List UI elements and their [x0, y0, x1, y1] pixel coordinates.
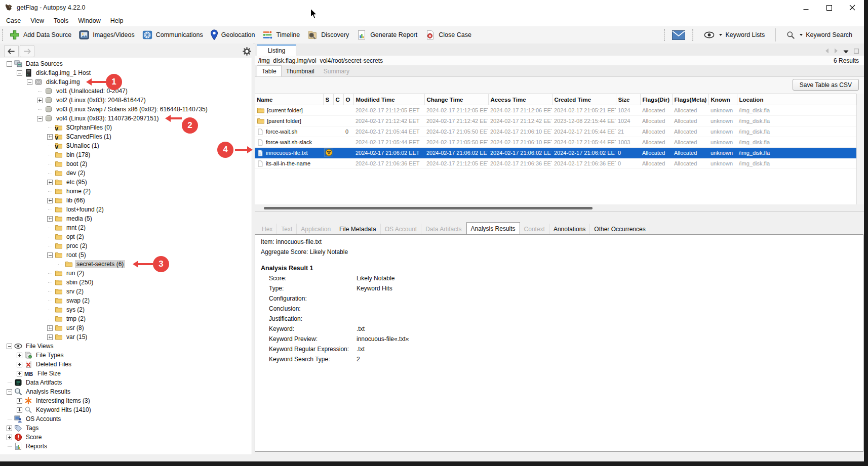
menu-window[interactable]: Window	[76, 17, 102, 25]
tree-item-mnt-2[interactable]: mnt (2)	[0, 223, 252, 232]
tree-item-file-views[interactable]: File Views	[0, 342, 252, 351]
tree-item-run-2[interactable]: run (2)	[0, 269, 252, 278]
tree-item-secret-secrets-6[interactable]: secret-secrets (6)	[0, 260, 252, 269]
tab-listing[interactable]: Listing	[257, 45, 296, 56]
tree-item-dev-2[interactable]: dev (2)	[0, 168, 252, 178]
table-row-force-wait-sh-slack[interactable]: force-wait.sh-slack2024-02-17 21:05:44 E…	[255, 137, 856, 148]
tree-item-analysis-results[interactable]: Analysis Results	[0, 387, 252, 396]
column-header-modified-time[interactable]: Modified Time	[353, 94, 424, 105]
tree-item-root-5[interactable]: root (5)	[0, 250, 252, 260]
collapse-minus-icon[interactable]	[17, 70, 22, 76]
tree-item-lib-66[interactable]: lib (66)	[0, 196, 252, 205]
table-row-innocuous-file-txt[interactable]: innocuous-file.txt2024-02-17 21:06:02 EE…	[255, 148, 856, 158]
expand-plus-icon[interactable]	[17, 353, 22, 358]
tree-item-lost-found-2[interactable]: lost+found (2)	[0, 205, 252, 214]
tree-item-opt-2[interactable]: opt (2)	[0, 232, 252, 241]
expand-plus-icon[interactable]	[47, 334, 53, 340]
tree-item-score[interactable]: Score	[0, 433, 252, 442]
close-button[interactable]	[841, 0, 864, 15]
tree-item-tmp-2[interactable]: tmp (2)	[0, 314, 252, 323]
collapse-minus-icon[interactable]	[7, 344, 12, 349]
back-button[interactable]	[4, 45, 19, 57]
column-header-flags-dir[interactable]: Flags(Dir)	[640, 94, 672, 105]
tree-item-srv-2[interactable]: srv (2)	[0, 287, 252, 296]
toolbar-button-images-videos[interactable]: Images/Videos	[75, 29, 138, 40]
tree-item-file-types[interactable]: File Types	[0, 351, 252, 360]
expand-plus-icon[interactable]	[37, 98, 43, 103]
column-header-change-time[interactable]: Change Time	[424, 94, 488, 105]
tree-settings-button[interactable]	[242, 46, 252, 56]
tree-item-data-sources[interactable]: Data Sources	[0, 59, 252, 68]
tree-item-media-5[interactable]: media (5)	[0, 214, 252, 223]
maximize-button[interactable]	[817, 0, 841, 15]
tree-item-proc-2[interactable]: proc (2)	[0, 241, 252, 250]
tab-file-metadata[interactable]: File Metadata	[335, 224, 381, 234]
tree-item-etc-95[interactable]: etc (95)	[0, 178, 252, 187]
tree-item-reports[interactable]: Reports	[0, 442, 252, 451]
forward-button[interactable]	[20, 45, 34, 57]
scroll-tabs-right-icon[interactable]	[834, 47, 838, 56]
toolbar-button-communications[interactable]: Communications	[138, 29, 207, 40]
tree-item-vol4-linux-0x83-1140736-2097151[interactable]: vol4 (Linux (0x83): 1140736-2097151)	[0, 114, 252, 123]
collapse-minus-icon[interactable]	[47, 252, 53, 258]
expand-plus-icon[interactable]	[7, 426, 12, 431]
collapse-minus-icon[interactable]	[7, 389, 12, 395]
expand-plus-icon[interactable]	[47, 216, 53, 222]
expand-plus-icon[interactable]	[17, 362, 22, 367]
tree-item-swap-2[interactable]: swap (2)	[0, 296, 252, 305]
column-header-created-time[interactable]: Created Time	[552, 94, 616, 105]
column-header-c[interactable]: C	[333, 94, 343, 105]
vertical-scrollbar[interactable]	[856, 94, 864, 204]
toolbar-button-geolocation[interactable]: Geolocation	[207, 29, 259, 40]
tree-item-var-15[interactable]: var (15)	[0, 332, 252, 342]
tree-item-interesting-items-3[interactable]: Interesting Items (3)	[0, 396, 252, 405]
tree-item-data-artifacts[interactable]: Data Artifacts	[0, 378, 252, 387]
expand-plus-icon[interactable]	[7, 435, 12, 440]
expand-plus-icon[interactable]	[17, 371, 22, 376]
tree-item-file-size[interactable]: MBFile Size	[0, 369, 252, 378]
keyword-lists-button[interactable]: Keyword Lists	[700, 31, 768, 38]
column-header-o[interactable]: O	[343, 94, 353, 105]
menu-case[interactable]: Case	[5, 17, 22, 25]
tree-item-keyword-hits-1410[interactable]: Keyword Hits (1410)	[0, 405, 252, 414]
expand-plus-icon[interactable]	[17, 407, 22, 413]
tree-item-deleted-files[interactable]: Deleted Files	[0, 360, 252, 369]
tree-item-vol2-linux-0x83-2048-616447[interactable]: vol2 (Linux (0x83): 2048-616447)	[0, 96, 252, 105]
tab-list-dropdown-icon[interactable]	[843, 47, 849, 56]
tree-item-vol3-linux-swap-solaris-x86-0x82-616448-1140735[interactable]: vol3 (Linux Swap / Solaris x86 (0x82): 6…	[0, 105, 252, 114]
column-header-known[interactable]: Known	[708, 94, 737, 105]
table-row-its-all-in-the-name[interactable]: its-all-in-the-name2024-02-17 21:06:36 E…	[255, 158, 856, 169]
tree-item-carvedfiles-1[interactable]: v$CarvedFiles (1)	[0, 132, 252, 141]
table-row-force-wait-sh[interactable]: force-wait.sh02024-02-17 21:05:44 EET202…	[255, 126, 856, 137]
tree-item-bin-178[interactable]: bin (178)	[0, 150, 252, 159]
keyword-search-button[interactable]: Keyword Search	[783, 31, 856, 39]
expand-plus-icon[interactable]	[17, 398, 22, 404]
tab-analysis-results[interactable]: Analysis Results	[466, 222, 520, 234]
menu-view[interactable]: View	[29, 17, 46, 25]
toolbar-button-generate-report[interactable]: Generate Report	[352, 29, 421, 40]
tree-item-home-2[interactable]: home (2)	[0, 187, 252, 196]
collapse-minus-icon[interactable]	[7, 61, 12, 67]
menu-help[interactable]: Help	[109, 17, 125, 25]
expand-plus-icon[interactable]	[47, 325, 53, 331]
expand-plus-icon[interactable]	[47, 134, 53, 140]
table-row-current-folder[interactable]: [current folder]2024-02-17 21:12:05 EET2…	[255, 105, 856, 116]
column-header-location[interactable]: Location	[737, 94, 856, 105]
column-header-s[interactable]: S	[323, 94, 333, 105]
tab-other-occurrences[interactable]: Other Occurrences	[590, 224, 650, 234]
scrollbar-thumb[interactable]	[264, 207, 593, 209]
tree-item-usr-8[interactable]: usr (8)	[0, 323, 252, 332]
view-tab-thumbnail[interactable]: Thumbnail	[282, 66, 319, 76]
save-table-as-csv-button[interactable]: Save Table as CSV	[793, 79, 859, 91]
view-tab-table[interactable]: Table	[257, 65, 282, 76]
maximize-panel-icon[interactable]	[854, 47, 859, 56]
tree-item-tags[interactable]: Tags	[0, 423, 252, 433]
horizontal-scrollbar[interactable]	[255, 204, 864, 211]
tree-item-unalloc-1[interactable]: v$Unalloc (1)	[0, 141, 252, 150]
expand-plus-icon[interactable]	[47, 180, 53, 185]
tree-item-vol1-unallocated-0-2047[interactable]: vol1 (Unallocated: 0-2047)	[0, 87, 252, 96]
tree-item-boot-2[interactable]: boot (2)	[0, 159, 252, 168]
toolbar-button-discovery[interactable]: Discovery	[303, 29, 352, 40]
column-header-size[interactable]: Size	[616, 94, 640, 105]
tree-item-disk-flag-img[interactable]: disk.flag.img	[0, 77, 252, 87]
